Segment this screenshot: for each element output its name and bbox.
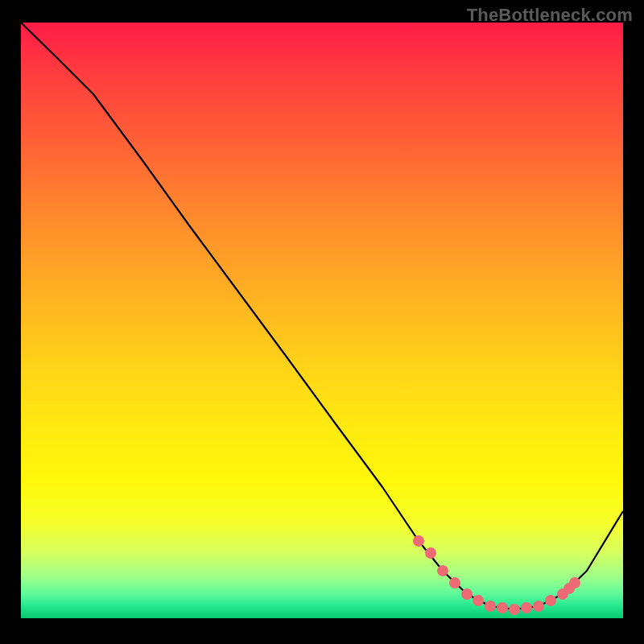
marker-group (413, 535, 580, 615)
curve-marker (485, 601, 496, 612)
curve-marker (545, 595, 556, 606)
watermark-text: TheBottleneck.com (467, 5, 633, 26)
chart-svg (21, 23, 623, 618)
curve-marker (449, 577, 460, 588)
curve-marker (461, 588, 473, 600)
curve-marker (533, 601, 544, 612)
curve-marker (413, 535, 424, 547)
curve-marker (425, 547, 436, 559)
curve-marker (473, 595, 484, 606)
curve-marker (437, 565, 448, 576)
curve-group (21, 23, 623, 609)
chart-frame: TheBottleneck.com (0, 0, 644, 644)
plot-area (21, 23, 623, 618)
curve-marker (509, 604, 520, 615)
curve-marker (497, 602, 508, 613)
curve-marker (521, 602, 532, 613)
curve-marker (569, 577, 580, 588)
bottleneck-curve (21, 23, 623, 609)
